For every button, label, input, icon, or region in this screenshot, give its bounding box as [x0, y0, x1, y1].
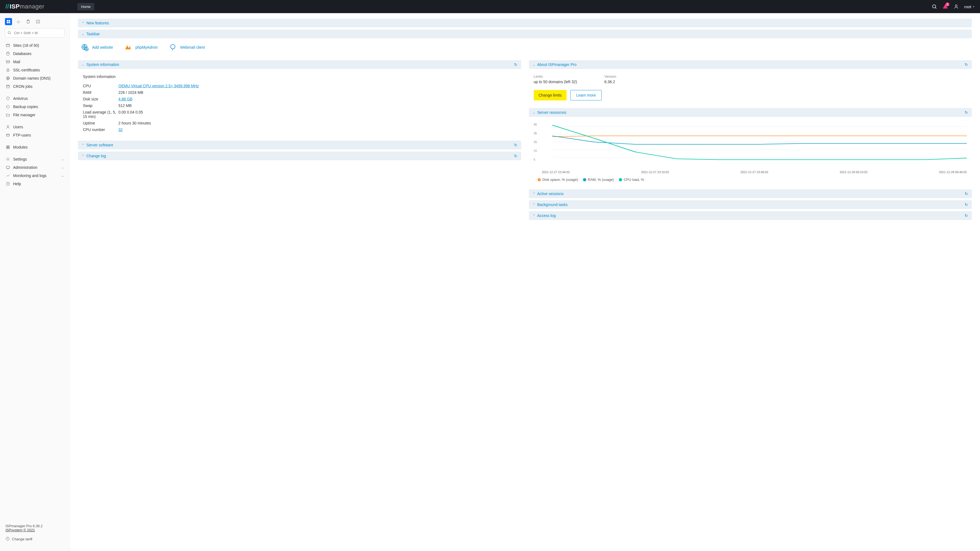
learn-more-button[interactable]: Learn more [570, 90, 601, 100]
sidebar-item[interactable]: Settings⌄ [3, 155, 67, 163]
sidebar-item[interactable]: Databases [3, 49, 67, 58]
svg-rect-4 [9, 20, 10, 21]
change-limits-button[interactable]: Change limits [534, 90, 567, 100]
sysinfo-disk-link[interactable]: 4.88 GB [118, 97, 132, 101]
refresh-icon[interactable]: ↻ [514, 143, 517, 147]
sidebar-item[interactable]: Antivirus [3, 94, 67, 103]
sidebar-item[interactable]: Users [3, 123, 67, 131]
svg-point-23 [7, 126, 8, 127]
search-icon[interactable] [931, 3, 937, 10]
nav-label: Sites (18 of 50) [13, 43, 39, 48]
svg-rect-19 [6, 85, 10, 88]
sidebar-item[interactable]: Modules [3, 143, 67, 151]
sysinfo-cpu-link[interactable]: QEMU Virtual CPU version 2.5+ 3499.998 M… [118, 84, 199, 88]
favorites-icon[interactable]: ☆ [15, 18, 22, 25]
task-webmail[interactable]: Webmail client [169, 43, 205, 51]
svg-line-1 [935, 8, 937, 9]
sidebar-item[interactable]: Help [3, 180, 67, 188]
sysinfo-label: Swap [83, 104, 118, 108]
sidebar-item[interactable]: SSL-certificates [3, 66, 67, 74]
svg-rect-16 [6, 61, 10, 63]
panel-header-taskbar[interactable]: ⌄ Taskbar [78, 30, 972, 38]
refresh-icon[interactable]: ↻ [514, 154, 517, 158]
logo[interactable]: // ISPmanager [5, 3, 45, 10]
sysinfo-cpunum-link[interactable]: 32 [118, 127, 123, 132]
legend-dot-icon [583, 178, 586, 182]
sidebar-item[interactable]: Monitoring and logs⌄ [3, 172, 67, 180]
refresh-icon[interactable]: ↻ [965, 191, 968, 196]
panel-header-change-log[interactable]: ⌃ Change log ↻ [78, 151, 521, 160]
sidebar-item[interactable]: Administration⌄ [3, 163, 67, 172]
task-add-website[interactable]: Add website [81, 43, 113, 51]
nav-icon [5, 125, 10, 129]
nav-label: Antivirus [13, 96, 28, 101]
refresh-icon[interactable]: ↻ [965, 110, 968, 115]
nav-list: Sites (18 of 50)DatabasesMailSSL-certifi… [0, 41, 70, 188]
sidebar-item[interactable]: File manager [3, 111, 67, 119]
menu-toggle-icon[interactable] [5, 18, 12, 25]
chart-ytick: 45 [534, 123, 537, 126]
panel-header-new-features[interactable]: ⌃ New features [78, 19, 972, 27]
chevron-down-icon: ⌄ [82, 32, 84, 36]
nav-icon [5, 182, 10, 186]
refresh-icon[interactable]: ↻ [965, 202, 968, 207]
account-icon[interactable] [953, 3, 959, 10]
copyright-link[interactable]: ISPsystem © 2021 [5, 528, 35, 532]
chevron-up-icon: ⌃ [82, 21, 84, 25]
svg-point-30 [7, 159, 8, 160]
svg-rect-28 [6, 148, 8, 149]
nav-label: FTP-users [13, 133, 31, 137]
sidebar: ☆ 5 Sites (18 of 50)DatabasesMailSSL-cer… [0, 13, 70, 551]
sidebar-item[interactable]: FTP-users [3, 131, 67, 139]
panel-about: ⌄ About ISPmanager Pro ↻ Limits up to 50… [529, 60, 972, 106]
search-input[interactable] [5, 29, 65, 37]
refresh-icon[interactable]: ↻ [965, 213, 968, 218]
legend-cpu: CPU load, % [619, 178, 644, 182]
nav-icon [5, 174, 10, 178]
chevron-up-icon: ⌃ [82, 143, 84, 147]
panel-header-server-resources[interactable]: ⌄ Server resources ↻ [529, 108, 972, 117]
tariff-icon [5, 537, 10, 542]
panel-header-background-tasks[interactable]: ⌃ Background tasks ↻ [529, 200, 972, 209]
sidebar-item[interactable]: Mail [3, 58, 67, 66]
nav-label: Settings [13, 157, 27, 161]
change-tariff-button[interactable]: Change tariff [5, 537, 64, 542]
panel-header-about[interactable]: ⌄ About ISPmanager Pro ↻ [529, 60, 972, 69]
panel-header-server-software[interactable]: ⌃ Server software ↻ [78, 141, 521, 150]
refresh-icon[interactable]: ↻ [965, 62, 968, 67]
nav-label: CRON jobs [13, 84, 33, 89]
chart-xtick: 2021-12-27 22:44:02 [542, 170, 570, 174]
sidebar-item[interactable]: Sites (18 of 50) [3, 41, 67, 49]
sysinfo-label: Load average (1, 5, 15 min) [83, 110, 118, 119]
svg-rect-3 [7, 20, 8, 21]
search-icon [7, 30, 11, 35]
svg-rect-17 [7, 70, 9, 72]
panel-header-access-log[interactable]: ⌃ Access log ↻ [529, 211, 972, 220]
home-button[interactable]: Home [77, 3, 95, 10]
logo-isp: ISP [10, 3, 20, 10]
sidebar-item[interactable]: Backup copies [3, 103, 67, 111]
sidebar-item[interactable]: CRON jobs [3, 82, 67, 91]
svg-rect-5 [7, 22, 8, 23]
about-version-value: 6.36.2 [604, 80, 616, 84]
nav-icon [5, 113, 10, 117]
terminal-icon[interactable]: 5 [35, 18, 41, 25]
sidebar-footer: ISPmanager Pro 6.36.2 ISPsystem © 2021 C… [0, 519, 70, 546]
panel-header-active-sessions[interactable]: ⌃ Active sessions ↻ [529, 190, 972, 198]
nav-label: Help [13, 182, 21, 186]
chart-ytick: 15 [534, 149, 537, 152]
nav-icon [5, 51, 10, 56]
clipboard-icon[interactable] [25, 18, 32, 25]
task-phpmyadmin[interactable]: phpMyAdmin [124, 43, 158, 51]
notifications-icon[interactable] [942, 3, 948, 10]
chevron-up-icon: ⌃ [533, 203, 535, 207]
panel-header-system-info[interactable]: ⌄ System information ↻ [78, 60, 521, 69]
panel-title: Change log [86, 154, 106, 158]
user-menu-button[interactable]: root ▾ [964, 5, 975, 9]
sidebar-search[interactable] [5, 29, 65, 37]
sysinfo-subtitle: System information [83, 75, 516, 79]
sidebar-item[interactable]: Domain names (DNS) [3, 74, 67, 82]
chart-xtick: 2021-12-28 00:40:02 [939, 170, 967, 174]
refresh-icon[interactable]: ↻ [514, 62, 517, 67]
nav-label: SSL-certificates [13, 68, 40, 72]
